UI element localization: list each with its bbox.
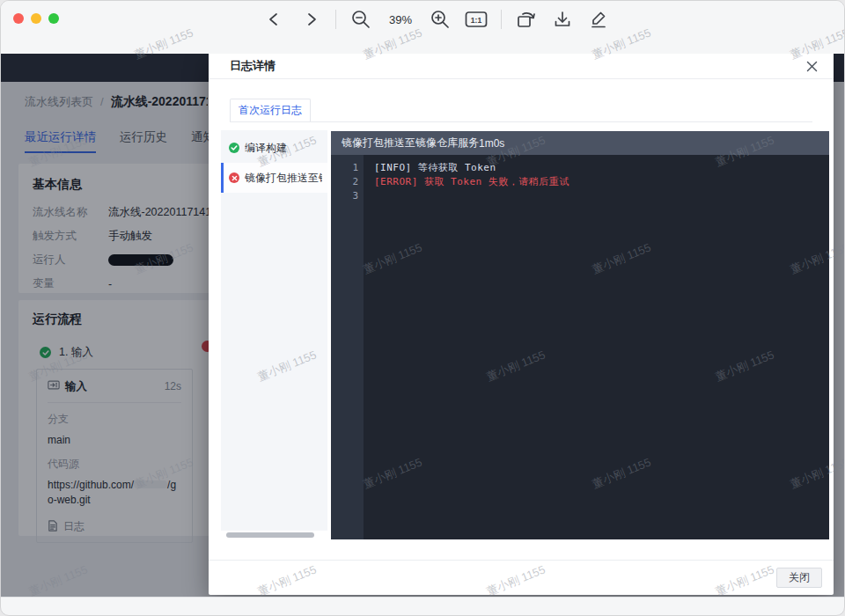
success-icon [229, 143, 239, 153]
log-step-label: 编译构建 [245, 141, 287, 156]
modal-header: 日志详情 [209, 54, 834, 79]
download-icon[interactable] [551, 8, 574, 31]
log-line: 3 [331, 189, 829, 203]
log-step-title: 镜像打包推送至镜像仓库服务 [342, 136, 479, 150]
close-button[interactable]: 关闭 [776, 568, 822, 588]
log-body: 1[INFO] 等待获取 Token2[ERROR] 获取 Token 失败，请… [331, 155, 829, 539]
modal-title: 日志详情 [230, 58, 805, 74]
back-icon[interactable] [263, 8, 286, 31]
forward-icon[interactable] [299, 8, 322, 31]
modal-footer: 关闭 [209, 560, 834, 595]
annotate-icon[interactable] [587, 8, 610, 31]
rotate-icon[interactable] [515, 8, 538, 31]
viewer-toolbar: 39% 1:1 [263, 4, 610, 34]
horizontal-scrollbar [221, 531, 327, 539]
log-details-modal: 日志详情 首次运行日志 编译构建镜像打包推送至镜像仓 镜像打包推送至镜像仓库服务… [209, 54, 834, 595]
close-icon[interactable] [805, 59, 819, 73]
line-number: 1 [331, 161, 364, 175]
svg-text:1:1: 1:1 [471, 16, 482, 25]
tabs-baseline [230, 121, 812, 122]
viewer-content: 流水线列表页/流水线-202201171416 最近运行详情运行历史通知记录 基… [1, 54, 845, 597]
log-step-item[interactable]: 镜像打包推送至镜像仓 [221, 163, 327, 193]
zoom-in-icon[interactable] [429, 8, 452, 31]
line-text [364, 189, 374, 203]
log-step-item[interactable]: 编译构建 [221, 133, 327, 163]
toolbar-divider [335, 10, 336, 29]
window-bottom-edge [1, 597, 844, 598]
steps-sidebar: 编译构建镜像打包推送至镜像仓 [221, 130, 327, 539]
log-step-label: 镜像打包推送至镜像仓 [245, 171, 322, 186]
titlebar: 39% 1:1 [1, 1, 844, 54]
line-text: [INFO] 等待获取 Token [364, 161, 496, 175]
log-panel: 镜像打包推送至镜像仓库服务1m0s 1[INFO] 等待获取 Token2[ER… [331, 131, 829, 539]
error-icon [229, 172, 239, 183]
log-step-duration: 1m0s [479, 137, 504, 150]
log-line: 1[INFO] 等待获取 Token [331, 161, 829, 175]
line-number: 2 [331, 175, 364, 189]
zoom-level: 39% [386, 13, 415, 26]
line-text: [ERROR] 获取 Token 失败，请稍后重试 [364, 175, 569, 189]
tab-first-run-log[interactable]: 首次运行日志 [230, 99, 311, 121]
log-line: 2[ERROR] 获取 Token 失败，请稍后重试 [331, 175, 829, 189]
log-panel-header: 镜像打包推送至镜像仓库服务1m0s [331, 131, 829, 155]
line-number-gutter [331, 155, 364, 539]
window-minimize-button[interactable] [31, 13, 41, 24]
traffic-lights [13, 13, 59, 24]
app-window: 39% 1:1 流水线列表页/流水线-202201171416 [0, 0, 845, 616]
line-number: 3 [331, 189, 364, 203]
scrollbar-thumb[interactable] [226, 532, 314, 538]
zoom-out-icon[interactable] [349, 8, 372, 31]
actual-size-icon[interactable]: 1:1 [465, 8, 488, 31]
toolbar-divider [501, 10, 502, 29]
window-maximize-button[interactable] [48, 13, 59, 24]
window-close-button[interactable] [13, 13, 24, 24]
